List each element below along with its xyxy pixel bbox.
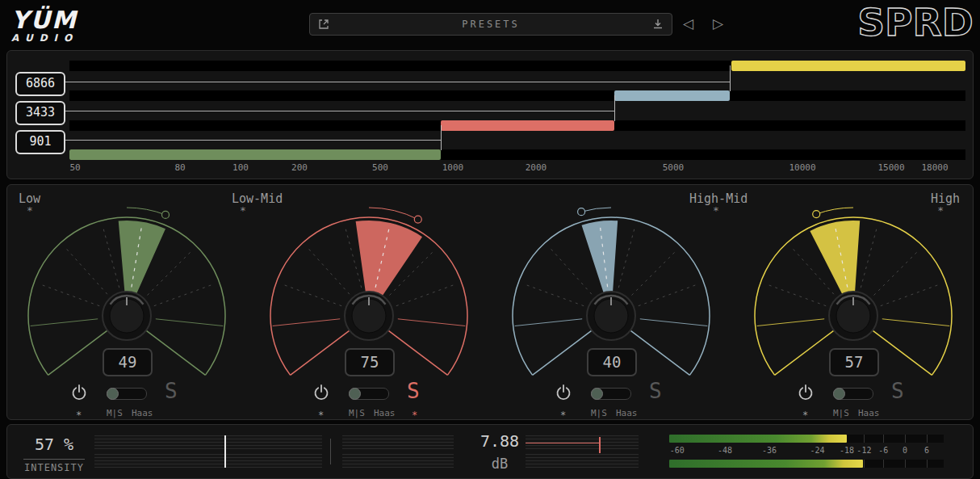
- scale-label: -36: [762, 446, 777, 455]
- prev-preset-button[interactable]: ◁: [683, 15, 693, 32]
- crossover-split-line[interactable]: [730, 65, 731, 91]
- crossover-line: [61, 140, 441, 141]
- slider-texture: [342, 454, 454, 468]
- meter-tick: [883, 460, 884, 468]
- meter-right-channel: [669, 460, 944, 468]
- axis-tick-label: 5000: [663, 162, 685, 173]
- scale-label: -12: [856, 446, 871, 455]
- axis-tick-label: 10000: [789, 162, 815, 173]
- brand-name: YÜM: [11, 6, 78, 34]
- slider-texture: [94, 435, 322, 449]
- slider-divider: [330, 439, 331, 464]
- crossover-value-low[interactable]: 901: [15, 130, 65, 154]
- band-segment-high[interactable]: [731, 61, 965, 71]
- band-segment-high-mid[interactable]: [614, 90, 730, 101]
- solo-button[interactable]: S: [165, 379, 178, 403]
- slider-texture: [342, 435, 454, 449]
- slider-texture: [526, 454, 639, 468]
- mod-indicator: *: [76, 410, 82, 421]
- crossover-split-line[interactable]: [614, 95, 615, 121]
- solo-button[interactable]: S: [407, 379, 420, 403]
- intensity-slider-handle[interactable]: [224, 435, 226, 468]
- toggle-handle[interactable]: [107, 388, 119, 400]
- axis-tick-label: 1000: [442, 162, 464, 173]
- crossover-line: [61, 82, 730, 82]
- scale-label: -48: [718, 446, 732, 455]
- crossover-split-line[interactable]: [441, 125, 442, 150]
- band-bar-row: [69, 120, 965, 131]
- meter-tick: [864, 460, 865, 468]
- axis-tick-label: 18000: [921, 162, 948, 173]
- axis-tick-label: 500: [372, 162, 388, 173]
- scale-label: -6: [878, 446, 888, 455]
- haas-label: Haas: [132, 408, 153, 418]
- axis-tick-label: 80: [174, 162, 185, 173]
- spread-value-box[interactable]: 49: [103, 348, 153, 376]
- gauge-low: 49 S M|S Haas * *: [6, 201, 248, 418]
- band-bar-row: [69, 90, 965, 101]
- axis-tick-label: 100: [232, 162, 249, 173]
- presets-dropdown[interactable]: PRESETS: [309, 13, 672, 36]
- ms-haas-toggle[interactable]: [107, 388, 147, 400]
- gauge-high-mid: 40 S M|S Haas * *: [490, 201, 732, 418]
- band-segment-low[interactable]: [69, 149, 441, 160]
- gauge-low-mid: 75 S M|S Haas * *: [248, 201, 490, 418]
- axis-tick-label: 2000: [526, 162, 547, 173]
- haas-label: Haas: [616, 408, 638, 418]
- toggle-handle[interactable]: [833, 388, 845, 400]
- meter-tick: [927, 460, 928, 468]
- secondary-slider[interactable]: [342, 435, 454, 468]
- power-button[interactable]: [70, 384, 88, 401]
- band-segment-low-mid[interactable]: [441, 120, 614, 131]
- next-preset-button[interactable]: ▷: [713, 15, 723, 32]
- spread-gauges-panel: Low Low-Mid High-Mid High * * * * 49 S M…: [6, 184, 974, 420]
- gain-slider-handle[interactable]: [599, 437, 601, 453]
- intensity-value[interactable]: 57 %: [23, 435, 85, 454]
- power-button[interactable]: [312, 384, 330, 401]
- scale-label: 0: [903, 446, 907, 455]
- gain-slider[interactable]: [526, 435, 639, 468]
- export-preset-icon[interactable]: [317, 18, 330, 31]
- power-button[interactable]: [555, 384, 572, 401]
- solo-button[interactable]: S: [649, 379, 662, 403]
- output-meters: -60 -48 -36 -24 -18 -12 -6 0 6: [663, 433, 944, 470]
- save-preset-icon[interactable]: [651, 18, 664, 31]
- toggle-handle[interactable]: [349, 388, 361, 400]
- mod-indicator: *: [318, 410, 324, 421]
- brand-subtitle: AUDIO: [11, 32, 78, 44]
- toggle-handle[interactable]: [591, 388, 603, 400]
- spread-value-box[interactable]: 40: [587, 348, 637, 376]
- sprd-logo-text: SPRD: [857, 0, 974, 44]
- scale-label: -24: [810, 446, 825, 455]
- power-button[interactable]: [797, 384, 815, 401]
- ms-haas-toggle[interactable]: [591, 388, 631, 400]
- presets-label[interactable]: PRESETS: [337, 19, 644, 30]
- axis-tick-label: 200: [291, 162, 308, 173]
- frequency-bands-panel: 6866 3433 901 50 80 100 200 500 1000 200…: [6, 50, 974, 179]
- scale-label: -60: [670, 446, 685, 455]
- crossover-value-mid[interactable]: 3433: [15, 101, 65, 125]
- meter-left-channel: [669, 435, 944, 443]
- gauge-high: 57 S M|S Haas * *: [732, 201, 974, 418]
- intensity-slider[interactable]: [94, 435, 322, 468]
- meter-tick: [905, 435, 906, 443]
- crossover-value-high[interactable]: 6866: [15, 72, 65, 96]
- band-bar-row: [69, 149, 965, 160]
- haas-label: Haas: [858, 408, 880, 418]
- ms-label: M|S: [107, 408, 123, 418]
- spread-value-box[interactable]: 57: [829, 348, 879, 376]
- ms-label: M|S: [591, 408, 607, 418]
- meter-tick: [864, 435, 865, 443]
- solo-button[interactable]: S: [891, 379, 904, 403]
- spread-value-box[interactable]: 75: [345, 348, 395, 376]
- meter-tick: [905, 460, 906, 468]
- ms-haas-toggle[interactable]: [833, 388, 873, 400]
- ms-label: M|S: [349, 408, 365, 418]
- ms-haas-toggle[interactable]: [349, 388, 389, 400]
- meter-scale: -60 -48 -36 -24 -18 -12 -6 0 6: [669, 446, 944, 456]
- axis-tick-label: 15000: [877, 162, 904, 173]
- top-bar: YÜM AUDIO PRESETS ◁ ▷ SPRD: [0, 0, 980, 48]
- meter-tick: [883, 435, 884, 443]
- brand-logo: YÜM AUDIO: [11, 6, 78, 44]
- meter-fill: [669, 435, 847, 443]
